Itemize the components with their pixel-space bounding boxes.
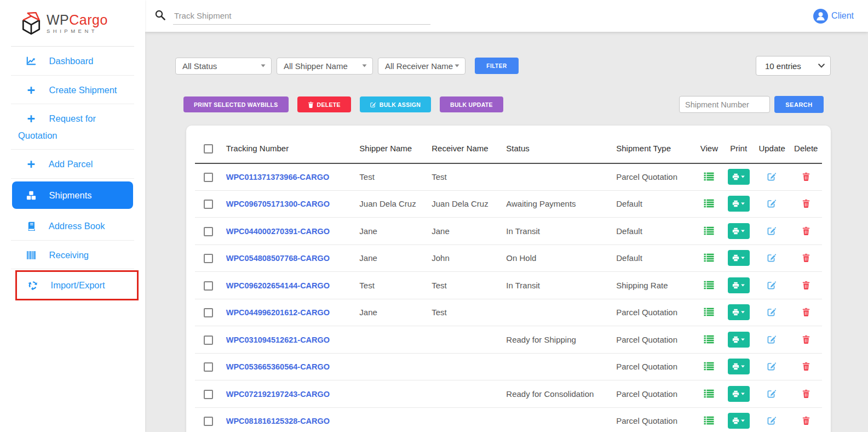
tracking-link[interactable]: WPC072192197243-CARGO	[226, 390, 330, 399]
printer-icon	[732, 200, 739, 207]
track-shipment-input[interactable]	[173, 7, 430, 25]
shipper-cell	[355, 326, 427, 354]
search-button[interactable]: SEARCH	[774, 96, 824, 113]
row-checkbox[interactable]	[204, 173, 213, 182]
view-button[interactable]	[703, 280, 715, 291]
row-checkbox[interactable]	[204, 227, 213, 236]
brand-logo[interactable]: WPCargo SHIPMENT	[0, 0, 145, 47]
delete-button[interactable]	[801, 280, 811, 291]
edit-icon	[767, 416, 777, 425]
view-button[interactable]	[703, 306, 715, 317]
print-button[interactable]	[728, 196, 750, 212]
delete-button[interactable]	[801, 334, 811, 345]
update-button[interactable]	[766, 388, 778, 399]
delete-button[interactable]	[801, 361, 811, 372]
chart-line-icon	[26, 54, 37, 64]
shipper-cell	[355, 353, 427, 380]
tracking-link[interactable]: WPC031094512621-CARGO	[226, 336, 330, 344]
view-button[interactable]	[703, 415, 715, 426]
view-button[interactable]	[703, 334, 715, 345]
caret-down-icon	[455, 64, 459, 67]
update-button[interactable]	[766, 171, 778, 182]
sidebar-menu: Dashboard Create Shipment Request for Qu…	[0, 47, 145, 300]
printer-icon	[732, 282, 739, 289]
shipments-table-card: Tracking NumberShipper NameReceiver Name…	[186, 126, 831, 432]
view-button[interactable]	[703, 198, 715, 209]
status-cell	[502, 299, 612, 326]
table-row: WPC031094512621-CARGO Ready for Shipping…	[195, 326, 822, 354]
print-button[interactable]	[728, 413, 750, 429]
row-checkbox[interactable]	[204, 336, 213, 345]
update-button[interactable]	[766, 198, 778, 209]
update-button[interactable]	[766, 334, 778, 345]
row-checkbox[interactable]	[204, 200, 213, 209]
delete-button[interactable]	[801, 388, 811, 399]
sidebar-item-request-for-quotation[interactable]: Request for Quotation	[0, 104, 145, 150]
printer-icon	[732, 228, 739, 235]
view-button[interactable]	[703, 171, 715, 182]
receiver-filter-select[interactable]: All Receiver Name	[378, 58, 465, 75]
tracking-link[interactable]: WPC044996201612-CARGO	[226, 308, 330, 317]
sidebar-item-create-shipment[interactable]: Create Shipment	[0, 76, 145, 105]
view-button[interactable]	[703, 252, 715, 263]
sidebar-item-shipments[interactable]: Shipments	[12, 181, 133, 209]
print-selected-waybills-button[interactable]: PRINT SELECTED WAYBILLS	[183, 96, 289, 112]
update-button[interactable]	[766, 361, 778, 372]
print-button[interactable]	[728, 169, 750, 185]
receiver-cell	[427, 326, 502, 354]
row-checkbox[interactable]	[204, 281, 213, 291]
entries-select[interactable]: 10 entries	[756, 56, 831, 76]
row-checkbox[interactable]	[204, 254, 213, 263]
update-button[interactable]	[766, 306, 778, 317]
bulk-assign-button[interactable]: BULK ASSIGN	[360, 96, 431, 112]
select-all-checkbox[interactable]	[204, 144, 213, 154]
list-icon	[704, 281, 714, 289]
view-button[interactable]	[703, 225, 715, 236]
shipper-filter-select[interactable]: All Shipper Name	[277, 58, 373, 75]
view-button[interactable]	[703, 388, 715, 399]
filter-button[interactable]: FILTER	[475, 58, 519, 74]
delete-button[interactable]	[801, 171, 811, 182]
tracking-link[interactable]: WPC053665360564-CARGO	[226, 362, 330, 371]
tracking-link[interactable]: WPC081816125328-CARGO	[226, 417, 330, 425]
print-button[interactable]	[728, 359, 750, 374]
printer-icon	[732, 173, 739, 180]
row-checkbox[interactable]	[204, 417, 213, 426]
tracking-link[interactable]: WPC096705171300-CARGO	[226, 200, 330, 208]
user-menu[interactable]: Client	[813, 9, 854, 24]
print-button[interactable]	[728, 250, 750, 266]
update-button[interactable]	[766, 252, 778, 263]
sidebar-item-import-export[interactable]: Import/Export	[15, 270, 139, 300]
delete-button[interactable]	[801, 415, 811, 426]
delete-button[interactable]	[801, 198, 811, 209]
print-button[interactable]	[728, 223, 750, 239]
delete-button[interactable]	[801, 252, 811, 263]
table-row: WPC096202654144-CARGO Test Test In Trans…	[195, 272, 822, 299]
tracking-link[interactable]: WPC044000270391-CARGO	[226, 227, 330, 236]
row-checkbox[interactable]	[204, 362, 213, 372]
row-checkbox[interactable]	[204, 390, 213, 399]
tracking-link[interactable]: WPC054808507768-CARGO	[226, 254, 330, 263]
sidebar-item-dashboard[interactable]: Dashboard	[0, 47, 145, 76]
print-button[interactable]	[728, 304, 750, 320]
update-button[interactable]	[766, 280, 778, 291]
status-filter-select[interactable]: All Status	[175, 58, 272, 75]
delete-button[interactable]	[801, 225, 811, 236]
sidebar-item-add-parcel[interactable]: Add Parcel	[0, 150, 145, 179]
print-button[interactable]	[728, 277, 750, 293]
tracking-link[interactable]: WPC096202654144-CARGO	[226, 281, 330, 290]
update-button[interactable]	[766, 225, 778, 236]
update-button[interactable]	[766, 415, 778, 426]
receiver-cell: Jane	[427, 218, 502, 245]
delete-button[interactable]	[801, 306, 811, 317]
row-checkbox[interactable]	[204, 308, 213, 317]
shipment-number-input[interactable]	[679, 96, 770, 113]
sidebar-item-receiving[interactable]: Receiving	[0, 241, 145, 270]
tracking-link[interactable]: WPC011371373966-CARGO	[226, 173, 330, 181]
view-button[interactable]	[703, 361, 715, 372]
print-button[interactable]	[728, 386, 750, 402]
sidebar-item-address-book[interactable]: Address Book	[0, 212, 145, 241]
bulk-update-button[interactable]: BULK UPDATE	[440, 96, 503, 112]
print-button[interactable]	[728, 332, 750, 348]
bulk-delete-button[interactable]: DELETE	[297, 96, 351, 112]
